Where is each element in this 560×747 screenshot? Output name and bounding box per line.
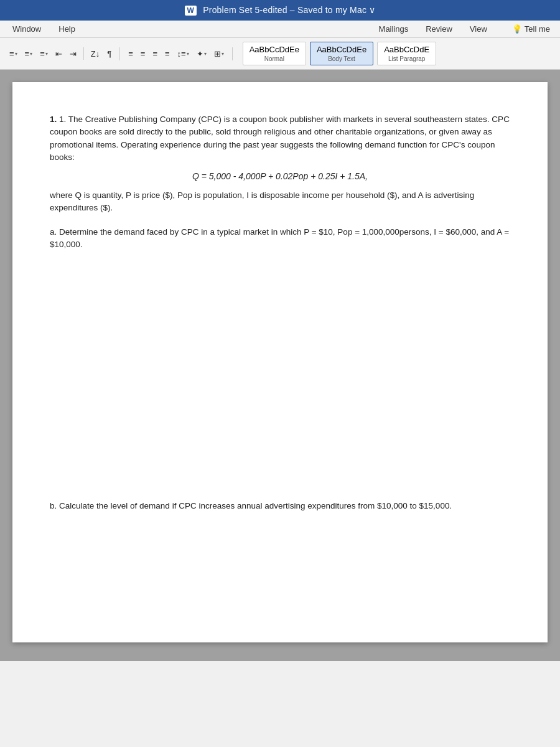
- demand-formula: Q = 5,000 - 4,000P + 0.02Pop + 0.25I + 1…: [50, 170, 510, 183]
- paragraph-mark-icon: ¶: [107, 49, 111, 59]
- align-right-icon: ≡: [152, 49, 157, 59]
- increase-indent-icon: ⇥: [70, 49, 77, 59]
- menu-bar: Window Help Mailings Review View 💡 Tell …: [0, 21, 560, 38]
- line-spacing-btn[interactable]: ↕≡ ▾: [174, 47, 192, 60]
- part-a-text: a. Determine the demand faced by CPC in …: [50, 226, 510, 251]
- bullet-list-btn[interactable]: ≡ ▾: [6, 47, 21, 60]
- alignment-group: ≡ ≡ ≡ ≡ ↕≡ ▾ ✦ ▾ ⊞ ▾: [125, 47, 232, 60]
- save-status: Saved to my Mac: [297, 5, 366, 15]
- decrease-indent-icon: ⇤: [55, 49, 62, 59]
- style-options-group: AaBbCcDdEe Normal AaBbCcDdEe Body Text A…: [243, 42, 436, 65]
- shading-icon: ✦: [197, 49, 203, 59]
- paragraph-mark-btn[interactable]: ¶: [104, 47, 114, 60]
- shading-dropdown: ▾: [204, 51, 207, 57]
- tell-me-container[interactable]: 💡 Tell me: [512, 24, 550, 34]
- question-1-block: 1. 1. The Creative Publishing Company (C…: [50, 113, 510, 251]
- title-dropdown-arrow[interactable]: ∨: [369, 5, 375, 15]
- style-body-text-label: Body Text: [317, 55, 366, 62]
- question-1-text: 1. The Creative Publishing Company (CPC)…: [50, 115, 510, 162]
- part-b-text: b. Calculate the level of demand if CPC …: [50, 500, 510, 512]
- document-page: 1. 1. The Creative Publishing Company (C…: [12, 82, 548, 642]
- align-center-icon: ≡: [141, 49, 146, 59]
- line-spacing-icon: ↕≡: [177, 49, 186, 59]
- border-dropdown: ▾: [222, 51, 224, 57]
- part-b-content: Calculate the level of demand if CPC inc…: [59, 501, 452, 510]
- part-a-content: Determine the demand faced by CPC in a t…: [50, 227, 509, 249]
- style-list-paragraph-label: List Paragrap: [384, 55, 429, 62]
- menu-review[interactable]: Review: [423, 23, 455, 35]
- menu-view[interactable]: View: [467, 23, 490, 35]
- style-list-paragraph-preview: AaBbCcDdE: [384, 45, 429, 54]
- border-btn[interactable]: ⊞ ▾: [211, 47, 227, 60]
- part-a-block: a. Determine the demand faced by CPC in …: [50, 226, 510, 251]
- menu-mailings[interactable]: Mailings: [376, 23, 411, 35]
- tell-me-label[interactable]: Tell me: [525, 24, 550, 34]
- part-b-block: b. Calculate the level of demand if CPC …: [50, 500, 510, 512]
- divider: [83, 47, 84, 60]
- style-list-paragraph[interactable]: AaBbCcDdE List Paragrap: [377, 42, 436, 65]
- title-bar: W Problem Set 5-edited – Saved to my Mac…: [0, 0, 560, 21]
- justify-icon: ≡: [165, 49, 170, 59]
- style-normal[interactable]: AaBbCcDdEe Normal: [243, 42, 306, 65]
- border-icon: ⊞: [214, 49, 221, 59]
- style-body-text[interactable]: AaBbCcDdEe Body Text: [310, 42, 373, 65]
- justify-btn[interactable]: ≡: [162, 47, 173, 60]
- document-title: Problem Set 5-edited: [203, 5, 287, 15]
- part-a-label: a.: [50, 227, 59, 237]
- variables-text: where Q is quantity, P is price ($), Pop…: [50, 190, 474, 212]
- numbered-list-btn[interactable]: ≡ ▾: [22, 47, 36, 60]
- style-body-text-preview: AaBbCcDdEe: [317, 45, 366, 54]
- numbered-list-icon: ≡: [25, 49, 30, 59]
- decrease-indent-btn[interactable]: ⇤: [52, 47, 65, 60]
- multilevel-list-icon: ≡: [40, 49, 45, 59]
- sort-btn[interactable]: Z↓: [88, 47, 103, 60]
- numbered-list-dropdown: ▾: [30, 51, 32, 57]
- align-left-icon: ≡: [128, 49, 133, 59]
- increase-indent-btn[interactable]: ⇥: [67, 47, 80, 60]
- align-right-btn[interactable]: ≡: [149, 47, 161, 60]
- align-center-btn[interactable]: ≡: [138, 47, 149, 60]
- question-1-intro: 1. 1. The Creative Publishing Company (C…: [50, 113, 510, 164]
- style-normal-preview: AaBbCcDdEe: [250, 45, 299, 54]
- multilevel-list-btn[interactable]: ≡ ▾: [37, 47, 51, 60]
- line-spacing-dropdown: ▾: [187, 51, 189, 57]
- sort-icon: Z↓: [91, 49, 100, 59]
- title-separator: –: [290, 5, 297, 15]
- list-indent-group: ≡ ▾ ≡ ▾ ≡ ▾ ⇤ ⇥ Z↓ ¶: [6, 47, 120, 60]
- variable-definitions: where Q is quantity, P is price ($), Pop…: [50, 189, 510, 215]
- align-left-btn[interactable]: ≡: [125, 47, 136, 60]
- document-area: 1. 1. The Creative Publishing Company (C…: [0, 70, 560, 661]
- ribbon-toolbar: ≡ ▾ ≡ ▾ ≡ ▾ ⇤ ⇥ Z↓ ¶ ≡ ≡: [0, 38, 560, 70]
- menu-help[interactable]: Help: [56, 23, 78, 35]
- shading-btn[interactable]: ✦ ▾: [194, 47, 210, 60]
- word-logo: W: [185, 6, 197, 16]
- lightbulb-icon: 💡: [512, 24, 522, 34]
- part-b-label: b.: [50, 501, 59, 510]
- question-number: 1.: [50, 115, 57, 124]
- document-content: 1. 1. The Creative Publishing Company (C…: [50, 113, 510, 512]
- bullet-list-dropdown: ▾: [15, 51, 17, 57]
- bullet-list-icon: ≡: [9, 49, 14, 59]
- style-normal-label: Normal: [250, 55, 299, 62]
- menu-window[interactable]: Window: [10, 23, 44, 35]
- multilevel-list-dropdown: ▾: [45, 51, 48, 57]
